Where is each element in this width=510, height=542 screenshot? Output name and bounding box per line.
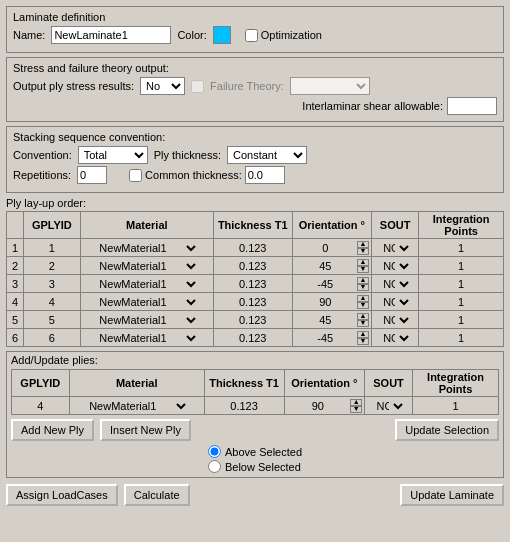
- sout-select[interactable]: NO YES: [378, 258, 412, 274]
- below-selected-label: Below Selected: [225, 461, 301, 473]
- stacking-section: Stacking sequence convention: Convention…: [6, 126, 504, 193]
- orientation-down[interactable]: ▼: [357, 284, 369, 291]
- gplyid-input[interactable]: [35, 312, 69, 328]
- th-orientation: Orientation °: [292, 212, 371, 239]
- gplyid-input[interactable]: [35, 240, 69, 256]
- sout-select[interactable]: NO YES: [378, 330, 412, 346]
- eth-material: Material: [69, 370, 204, 397]
- update-laminate-button[interactable]: Update Laminate: [400, 484, 504, 506]
- common-thickness-input[interactable]: [245, 166, 285, 184]
- cell-gplyid: [23, 311, 80, 329]
- failure-theory-checkbox[interactable]: [191, 80, 204, 93]
- orientation-down[interactable]: ▼: [357, 302, 369, 309]
- orientation-input[interactable]: [295, 258, 356, 274]
- edit-integration: [413, 397, 499, 415]
- material-select[interactable]: NewMaterial1: [94, 330, 199, 346]
- optimization-label: Optimization: [261, 29, 322, 41]
- add-update-section: Add/Update plies: GPLYID Material Thickn…: [6, 351, 504, 478]
- orientation-input[interactable]: [295, 276, 356, 292]
- row-num: 4: [7, 293, 24, 311]
- edit-orientation-down[interactable]: ▼: [350, 406, 362, 413]
- ply-thickness-select[interactable]: Constant Variable: [227, 146, 307, 164]
- thickness-input[interactable]: [224, 276, 282, 292]
- thickness-input[interactable]: [224, 312, 282, 328]
- edit-sout-select[interactable]: NO YES: [372, 398, 406, 414]
- edit-thickness-input[interactable]: [215, 398, 273, 414]
- orientation-input[interactable]: [295, 312, 356, 328]
- th-integration: Integration Points: [419, 212, 504, 239]
- above-selected-radio[interactable]: [208, 445, 221, 458]
- convention-select[interactable]: Total Partial: [78, 146, 148, 164]
- sout-select[interactable]: NO YES: [378, 276, 412, 292]
- sout-select[interactable]: NO YES: [378, 294, 412, 310]
- gplyid-input[interactable]: [35, 330, 69, 346]
- row-num: 1: [7, 239, 24, 257]
- color-swatch[interactable]: [213, 26, 231, 44]
- insert-position-group: Above Selected Below Selected: [208, 445, 302, 473]
- cell-orientation: ▲ ▼: [292, 329, 371, 347]
- integration-input[interactable]: [429, 294, 493, 310]
- failure-theory-label: Failure Theory:: [210, 80, 284, 92]
- gplyid-input[interactable]: [35, 258, 69, 274]
- add-new-ply-button[interactable]: Add New Ply: [11, 419, 94, 441]
- orientation-down[interactable]: ▼: [357, 266, 369, 273]
- cell-orientation: ▲ ▼: [292, 275, 371, 293]
- edit-gplyid-input[interactable]: [23, 398, 57, 414]
- edit-orientation-input[interactable]: [287, 398, 350, 414]
- gplyid-input[interactable]: [35, 294, 69, 310]
- update-selection-button[interactable]: Update Selection: [395, 419, 499, 441]
- integration-input[interactable]: [429, 330, 493, 346]
- integration-input[interactable]: [429, 258, 493, 274]
- assign-loadcases-button[interactable]: Assign LoadCases: [6, 484, 118, 506]
- cell-sout: NO YES: [372, 239, 419, 257]
- row-num: 5: [7, 311, 24, 329]
- gplyid-input[interactable]: [35, 276, 69, 292]
- cell-integration: [419, 293, 504, 311]
- cell-orientation: ▲ ▼: [292, 257, 371, 275]
- integration-input[interactable]: [429, 312, 493, 328]
- orientation-down[interactable]: ▼: [357, 338, 369, 345]
- orientation-input[interactable]: [295, 240, 356, 256]
- cell-sout: NO YES: [372, 275, 419, 293]
- above-selected-label: Above Selected: [225, 446, 302, 458]
- orientation-down[interactable]: ▼: [357, 248, 369, 255]
- sout-select[interactable]: NO YES: [378, 240, 412, 256]
- material-select[interactable]: NewMaterial1: [94, 294, 199, 310]
- name-input[interactable]: [51, 26, 171, 44]
- cell-gplyid: [23, 239, 80, 257]
- optimization-checkbox[interactable]: [245, 29, 258, 42]
- integration-input[interactable]: [429, 276, 493, 292]
- below-selected-radio[interactable]: [208, 460, 221, 473]
- th-sout: SOUT: [372, 212, 419, 239]
- th-thickness: Thickness T1: [213, 212, 292, 239]
- failure-theory-select[interactable]: [290, 77, 370, 95]
- orientation-down[interactable]: ▼: [357, 320, 369, 327]
- cell-sout: NO YES: [372, 329, 419, 347]
- material-select[interactable]: NewMaterial1: [94, 312, 199, 328]
- edit-integration-input[interactable]: [424, 398, 488, 414]
- material-select[interactable]: NewMaterial1: [94, 276, 199, 292]
- thickness-input[interactable]: [224, 294, 282, 310]
- edit-material-select[interactable]: NewMaterial1: [84, 398, 189, 414]
- sout-select[interactable]: NO YES: [378, 312, 412, 328]
- common-thickness-checkbox[interactable]: [129, 169, 142, 182]
- orientation-input[interactable]: [295, 294, 356, 310]
- integration-input[interactable]: [429, 240, 493, 256]
- calculate-button[interactable]: Calculate: [124, 484, 190, 506]
- interlaminar-input[interactable]: [447, 97, 497, 115]
- stress-section: Stress and failure theory output: Output…: [6, 57, 504, 122]
- thickness-input[interactable]: [224, 240, 282, 256]
- repetitions-input[interactable]: [77, 166, 107, 184]
- edit-gplyid: [12, 397, 70, 415]
- insert-new-ply-button[interactable]: Insert New Ply: [100, 419, 191, 441]
- output-ply-select[interactable]: No Yes: [140, 77, 185, 95]
- cell-integration: [419, 257, 504, 275]
- orientation-input[interactable]: [295, 330, 356, 346]
- cell-sout: NO YES: [372, 293, 419, 311]
- thickness-input[interactable]: [224, 258, 282, 274]
- material-select[interactable]: NewMaterial1: [94, 258, 199, 274]
- material-select[interactable]: NewMaterial1: [94, 240, 199, 256]
- cell-gplyid: [23, 329, 80, 347]
- thickness-input[interactable]: [224, 330, 282, 346]
- eth-integration: Integration Points: [413, 370, 499, 397]
